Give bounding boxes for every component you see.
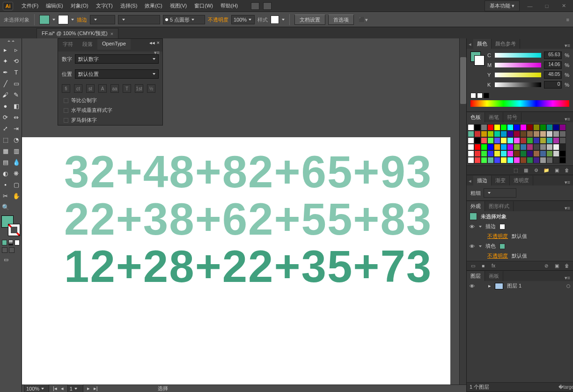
- stroke-tab[interactable]: 描边: [473, 176, 492, 185]
- ot-ordinals-icon[interactable]: 1st: [135, 84, 143, 93]
- panel-collapse-icon[interactable]: ◂: [467, 40, 473, 49]
- swatch[interactable]: [507, 157, 514, 163]
- align-icon[interactable]: ⬛▾: [359, 17, 368, 23]
- swatch[interactable]: [520, 144, 527, 150]
- slice-tool[interactable]: ✂: [0, 190, 11, 201]
- pencil-tool[interactable]: ✎: [11, 89, 22, 100]
- graphic-styles-tab[interactable]: 图形样式: [485, 201, 514, 211]
- screen-mode-icon[interactable]: [2, 247, 7, 253]
- swatch[interactable]: [500, 124, 507, 131]
- y-slider[interactable]: [495, 73, 541, 77]
- swatch[interactable]: [540, 150, 546, 157]
- swatch[interactable]: [474, 137, 481, 144]
- clear-icon[interactable]: ⊘: [543, 263, 550, 269]
- rotate-tool[interactable]: ⟳: [0, 111, 11, 123]
- symbols-tab[interactable]: 符号: [503, 112, 522, 122]
- hand-tool[interactable]: ✋: [11, 190, 22, 201]
- swatch[interactable]: [540, 131, 546, 137]
- y-value[interactable]: 48.05: [544, 71, 562, 79]
- delete-swatch-icon[interactable]: 🗑: [564, 167, 570, 174]
- swatch[interactable]: [533, 137, 540, 144]
- blend-tool[interactable]: ◐: [0, 168, 11, 179]
- nav-last-icon[interactable]: ▸|: [94, 385, 98, 392]
- panel-menu-icon[interactable]: ▾≡: [562, 179, 573, 185]
- swatch[interactable]: [474, 157, 481, 163]
- tab-close-icon[interactable]: ×: [110, 31, 113, 37]
- panel-menu-icon[interactable]: ▾≡: [562, 116, 573, 122]
- stroke-color-swatch[interactable]: [8, 224, 20, 236]
- c-value[interactable]: 65.63: [544, 52, 562, 59]
- swatch[interactable]: [468, 144, 474, 150]
- free-transform-tool[interactable]: ⬚: [0, 134, 11, 145]
- swatch[interactable]: [553, 144, 559, 150]
- hv-style-check[interactable]: 水平或垂直样式字: [58, 105, 162, 115]
- ot-titling-icon[interactable]: T: [123, 84, 131, 93]
- swatches-tab[interactable]: 色板: [467, 112, 485, 122]
- add-fill-icon[interactable]: ■: [480, 263, 486, 269]
- stroke-opacity-row[interactable]: 不透明度默认值: [467, 231, 573, 241]
- document-tab[interactable]: FF.ai* @ 100% (CMYK/预览) ×: [37, 28, 118, 38]
- workspace-switcher[interactable]: 基本功能 ▾: [485, 0, 520, 11]
- color-tab[interactable]: 颜色: [473, 39, 492, 49]
- menu-edit[interactable]: 编辑(E): [42, 2, 67, 9]
- figure-dropdown[interactable]: 默认数字: [75, 54, 159, 64]
- swatch[interactable]: [507, 144, 514, 150]
- swatch[interactable]: [500, 144, 507, 150]
- swatch[interactable]: [520, 150, 527, 157]
- swatch[interactable]: [553, 157, 559, 163]
- white-swatch[interactable]: [477, 93, 483, 98]
- swatch[interactable]: [474, 150, 481, 157]
- layers-tab[interactable]: 图层: [467, 271, 485, 281]
- ot-ligatures-icon[interactable]: fi: [62, 84, 70, 93]
- magic-wand-tool[interactable]: ✦: [0, 55, 11, 67]
- swatch[interactable]: [559, 131, 566, 137]
- add-stroke-icon[interactable]: ▭: [470, 263, 476, 269]
- panel-menu-icon[interactable]: ▾≡: [562, 205, 573, 211]
- swatch[interactable]: [474, 131, 481, 137]
- swatch[interactable]: [507, 150, 514, 157]
- preferences-button[interactable]: 首选项: [328, 15, 354, 25]
- swatch[interactable]: [468, 150, 474, 157]
- fill-stroke-control[interactable]: [1, 215, 20, 236]
- opentype-tab[interactable]: OpenType: [97, 39, 131, 50]
- menu-window[interactable]: 窗口(W): [191, 2, 217, 9]
- opacity-label[interactable]: 不透明度: [208, 16, 228, 23]
- lasso-tool[interactable]: ⟲: [11, 55, 22, 67]
- swatch[interactable]: [527, 157, 533, 163]
- shape-builder-tool[interactable]: ◔: [11, 134, 22, 145]
- swatch-lib-icon[interactable]: ⬚: [512, 167, 519, 174]
- swatch[interactable]: [481, 157, 487, 163]
- swatch[interactable]: [481, 144, 487, 150]
- menu-help[interactable]: 帮助(H): [217, 2, 242, 9]
- swatch[interactable]: [540, 157, 546, 163]
- swatch[interactable]: [546, 157, 553, 163]
- ot-swash-icon[interactable]: A: [98, 84, 107, 93]
- menu-effect[interactable]: 效果(C): [141, 2, 166, 9]
- add-effect-icon[interactable]: fx: [490, 263, 497, 269]
- k-slider[interactable]: [495, 82, 541, 87]
- ctrl-menu-icon[interactable]: ≡: [566, 17, 569, 22]
- stroke-var-dd[interactable]: [118, 15, 160, 24]
- swatch[interactable]: [546, 144, 553, 150]
- swatch[interactable]: [487, 131, 494, 137]
- column-graph-tool[interactable]: ▪: [0, 179, 11, 190]
- swatch[interactable]: [481, 124, 487, 131]
- nav-prev-icon[interactable]: ◂: [61, 385, 64, 392]
- appearance-tab[interactable]: 外观: [467, 201, 485, 211]
- swatch[interactable]: [546, 137, 553, 144]
- swatch[interactable]: [514, 150, 520, 157]
- swatch[interactable]: [514, 137, 520, 144]
- swatch[interactable]: [514, 144, 520, 150]
- swatch[interactable]: [494, 131, 500, 137]
- swatch[interactable]: [559, 150, 566, 157]
- swatch[interactable]: [533, 144, 540, 150]
- swatch[interactable]: [514, 131, 520, 137]
- style-swatch[interactable]: [271, 15, 279, 24]
- blob-brush-tool[interactable]: ●: [0, 100, 11, 111]
- swatch[interactable]: [559, 157, 566, 163]
- swatch[interactable]: [527, 144, 533, 150]
- swatch[interactable]: [559, 137, 566, 144]
- swatches-grid[interactable]: [467, 122, 573, 165]
- menu-file[interactable]: 文件(F): [18, 2, 42, 9]
- zoom-dropdown[interactable]: 100%: [24, 384, 49, 392]
